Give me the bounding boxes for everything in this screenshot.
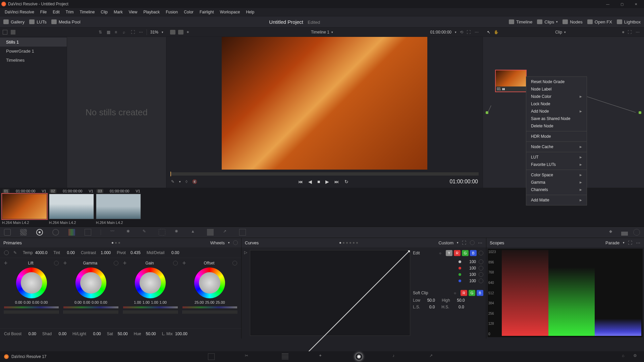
- channel-r-button[interactable]: R: [454, 250, 461, 256]
- menu-workspace[interactable]: Workspace: [217, 9, 243, 15]
- softclip-high-value[interactable]: 50.0: [452, 298, 465, 303]
- grid-icon[interactable]: ▦: [107, 30, 111, 35]
- lightbox-button[interactable]: Lightbox: [617, 19, 641, 24]
- magic-mask-icon[interactable]: ▲: [191, 229, 198, 236]
- scrub-handle[interactable]: [170, 172, 171, 176]
- node-graph-output[interactable]: [639, 111, 641, 114]
- wheel-balance-bar[interactable]: [182, 306, 237, 308]
- color-match-icon[interactable]: [20, 229, 27, 236]
- gallery-button[interactable]: Gallery: [3, 19, 24, 24]
- wheel-value[interactable]: 25.00: [195, 300, 204, 304]
- param-hilight[interactable]: Hi/Light0.00: [72, 331, 101, 336]
- viewer-timecode[interactable]: 01:00:00:00: [449, 179, 478, 185]
- menu-fusion[interactable]: Fusion: [163, 9, 180, 15]
- param-lmix[interactable]: L. Mix100.00: [162, 331, 187, 336]
- picker-icon[interactable]: ✛: [63, 261, 67, 265]
- menu-file[interactable]: File: [38, 9, 49, 15]
- prev-frame-button[interactable]: ◀: [308, 179, 312, 184]
- first-frame-button[interactable]: ⏮: [298, 179, 303, 184]
- tree-item-powergrade-1[interactable]: PowerGrade 1: [0, 47, 67, 56]
- menu-edit[interactable]: Edit: [50, 9, 62, 15]
- link-icon[interactable]: ⟐: [439, 251, 444, 255]
- param-contrast[interactable]: Contrast1.000: [81, 250, 111, 255]
- reset-icon[interactable]: [470, 240, 475, 245]
- curves-handle-icon[interactable]: ▷: [244, 250, 247, 336]
- ctx-reset-node-grade[interactable]: Reset Node Grade: [526, 78, 587, 85]
- window-icon[interactable]: [159, 229, 165, 236]
- ctx-hdr-mode[interactable]: HDR Mode: [526, 133, 587, 140]
- menu-fairlight[interactable]: Fairlight: [197, 9, 217, 15]
- ctx-node-cache[interactable]: Node Cache▶: [526, 143, 587, 150]
- menu-mark[interactable]: Mark: [111, 9, 125, 15]
- blur-icon[interactable]: [207, 229, 214, 236]
- motion-effects-icon[interactable]: [85, 229, 91, 236]
- node-view-icon[interactable]: [170, 30, 175, 35]
- wheel-value[interactable]: 0.00: [83, 300, 90, 304]
- picker-icon[interactable]: ✛: [4, 261, 7, 265]
- color-page-icon[interactable]: [356, 353, 362, 360]
- play-button[interactable]: ▶: [325, 179, 329, 184]
- clip-mode[interactable]: Clip: [555, 30, 562, 35]
- ctx-color-space[interactable]: Color Space▶: [526, 171, 587, 179]
- wheel-value[interactable]: 0.00: [23, 300, 31, 304]
- node-more-icon[interactable]: ⋯: [636, 30, 640, 35]
- menu-davinci-resolve[interactable]: DaVinci Resolve: [2, 9, 37, 15]
- channel-y-button[interactable]: Y: [446, 250, 452, 256]
- color-wheel[interactable]: [194, 267, 225, 298]
- reset-icon[interactable]: [479, 266, 483, 270]
- qualifier-icon[interactable]: ✎: [143, 229, 149, 236]
- snapshot-icon[interactable]: ◊: [185, 179, 187, 184]
- param-colboost[interactable]: Col Boost0.00: [4, 331, 36, 336]
- more-icon[interactable]: ⋯: [139, 30, 143, 35]
- softclip-ls-value[interactable]: 0.0: [422, 305, 435, 309]
- wheel-balance-bar[interactable]: [4, 306, 59, 308]
- menu-trim[interactable]: Trim: [63, 9, 76, 15]
- cut-page-icon[interactable]: ✂: [245, 353, 252, 360]
- reset-icon[interactable]: [232, 261, 237, 265]
- info-icon[interactable]: [633, 229, 640, 236]
- more-icon[interactable]: ⋯: [636, 240, 641, 245]
- wheel-balance-bar[interactable]: [123, 306, 178, 308]
- wheel-value[interactable]: 0.00: [100, 300, 107, 304]
- wheel-value[interactable]: 25.00: [205, 300, 215, 304]
- zoom-level[interactable]: 31%: [150, 30, 158, 35]
- ctx-lut[interactable]: LUT▶: [526, 154, 587, 161]
- wheel-value[interactable]: 0.00: [41, 300, 48, 304]
- picker-icon[interactable]: ✛: [123, 261, 126, 265]
- clips-button[interactable]: Clips▾: [537, 19, 558, 24]
- close-button[interactable]: ✕: [629, 1, 643, 7]
- tree-item-timelines[interactable]: Timelines: [0, 56, 67, 65]
- primaries-mode[interactable]: Wheels: [210, 240, 225, 245]
- chevron-down-icon[interactable]: ▾: [623, 241, 625, 244]
- wheel-jog[interactable]: [63, 310, 118, 314]
- fusion-page-icon[interactable]: ✦: [319, 353, 325, 360]
- split-icon[interactable]: [3, 30, 7, 35]
- param-sat[interactable]: Sat50.00: [107, 331, 128, 336]
- curves-mode[interactable]: Custom: [438, 240, 453, 245]
- home-icon[interactable]: ⌂: [622, 353, 629, 360]
- wheel-balance-bar[interactable]: [63, 306, 118, 308]
- channel-b-button[interactable]: B: [470, 250, 477, 256]
- ctx-add-node[interactable]: Add Node▶: [526, 108, 587, 115]
- softclip-low-value[interactable]: 50.0: [422, 298, 435, 303]
- channel-g-button[interactable]: G: [462, 250, 469, 256]
- expand-icon[interactable]: ⛶: [131, 30, 136, 35]
- param-pivot[interactable]: Pivot0.435: [117, 250, 141, 255]
- color-wheels-icon[interactable]: [36, 229, 43, 236]
- record-timecode[interactable]: 01:00:00:00: [430, 30, 451, 35]
- minimize-button[interactable]: —: [601, 1, 614, 7]
- ctx-add-matte[interactable]: Add Matte▶: [526, 196, 587, 204]
- stop-button[interactable]: ■: [317, 179, 320, 184]
- link-icon[interactable]: ⟐: [454, 291, 459, 295]
- ctx-save-as-shared-node[interactable]: Save as Shared Node: [526, 115, 587, 122]
- wheel-value[interactable]: 0.00: [92, 300, 99, 304]
- ctx-gamma[interactable]: Gamma▶: [526, 179, 587, 186]
- media-page-icon[interactable]: [208, 353, 215, 360]
- curves-icon[interactable]: 〰: [110, 229, 117, 236]
- search-icon[interactable]: ⌕: [123, 30, 127, 35]
- wheel-value[interactable]: 0.00: [15, 300, 22, 304]
- deliver-page-icon[interactable]: ↗: [429, 353, 436, 360]
- curves-graph[interactable]: [250, 250, 410, 336]
- channel-value[interactable]: 100: [464, 279, 476, 283]
- wheel-jog[interactable]: [123, 310, 178, 314]
